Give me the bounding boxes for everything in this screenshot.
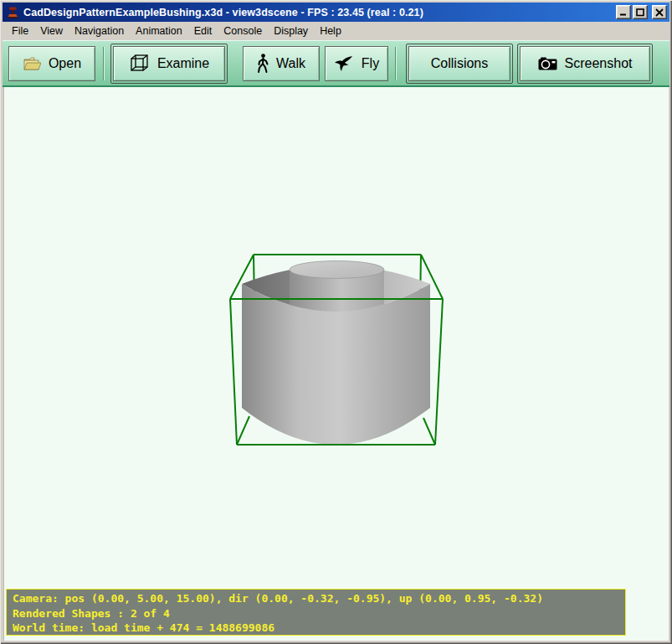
camera-icon xyxy=(538,57,557,70)
fly-icon xyxy=(334,55,354,71)
collisions-button[interactable]: Collisions xyxy=(408,46,510,81)
fly-button[interactable]: Fly xyxy=(325,46,388,81)
status-camera-line: Camera: pos (0.00, 5.00, 15.00), dir (0.… xyxy=(13,591,619,606)
status-overlay: Camera: pos (0.00, 5.00, 15.00), dir (0.… xyxy=(6,589,626,636)
minimize-button[interactable] xyxy=(616,5,631,19)
cube-icon xyxy=(129,53,150,74)
screenshot-button-label: Screenshot xyxy=(565,56,633,71)
maximize-button[interactable] xyxy=(633,5,648,19)
close-button[interactable] xyxy=(652,5,667,19)
menu-display[interactable]: Display xyxy=(268,23,314,39)
examine-button-frame: Examine xyxy=(110,44,228,84)
menu-navigation[interactable]: Navigation xyxy=(69,23,130,39)
examine-button-label: Examine xyxy=(157,56,209,71)
app-window: CadDesignPatternExampleBushing.x3d - vie… xyxy=(0,0,672,644)
walk-icon xyxy=(257,54,269,73)
open-button[interactable]: Open xyxy=(8,46,95,81)
status-shapes-line: Rendered Shapes : 2 of 4 xyxy=(13,606,619,621)
window-title: CadDesignPatternExampleBushing.x3d - vie… xyxy=(23,7,616,18)
fly-button-label: Fly xyxy=(362,56,379,71)
scene-viewport[interactable]: Camera: pos (0.00, 5.00, 15.00), dir (0.… xyxy=(3,87,669,641)
status-worldtime-line: World time: load time + 474 = 1488699086 xyxy=(13,621,619,636)
open-button-label: Open xyxy=(49,56,81,71)
maximize-icon xyxy=(636,8,644,17)
menu-console[interactable]: Console xyxy=(218,23,268,39)
folder-icon xyxy=(23,56,41,71)
close-icon xyxy=(655,8,664,17)
menu-bar: File View Navigation Animation Edit Cons… xyxy=(3,22,669,40)
menu-edit[interactable]: Edit xyxy=(188,23,218,39)
walk-button-label: Walk xyxy=(276,56,305,71)
menu-file[interactable]: File xyxy=(6,23,34,39)
toolbar: Open Examine xyxy=(3,40,669,87)
toolbar-separator xyxy=(395,47,397,80)
collisions-button-label: Collisions xyxy=(431,56,488,71)
title-bar[interactable]: CadDesignPatternExampleBushing.x3d - vie… xyxy=(3,3,669,22)
bushing-3d-scene xyxy=(4,87,669,641)
screenshot-button-frame: Screenshot xyxy=(517,44,653,84)
screenshot-button[interactable]: Screenshot xyxy=(520,46,650,81)
walk-button[interactable]: Walk xyxy=(243,46,320,81)
examine-button[interactable]: Examine xyxy=(113,46,225,81)
menu-help[interactable]: Help xyxy=(314,23,347,39)
app-icon xyxy=(6,6,19,19)
collisions-button-frame: Collisions xyxy=(406,44,513,84)
menu-view[interactable]: View xyxy=(34,23,69,39)
menu-animation[interactable]: Animation xyxy=(130,23,188,39)
toolbar-separator xyxy=(103,47,105,80)
minimize-icon xyxy=(619,8,628,16)
